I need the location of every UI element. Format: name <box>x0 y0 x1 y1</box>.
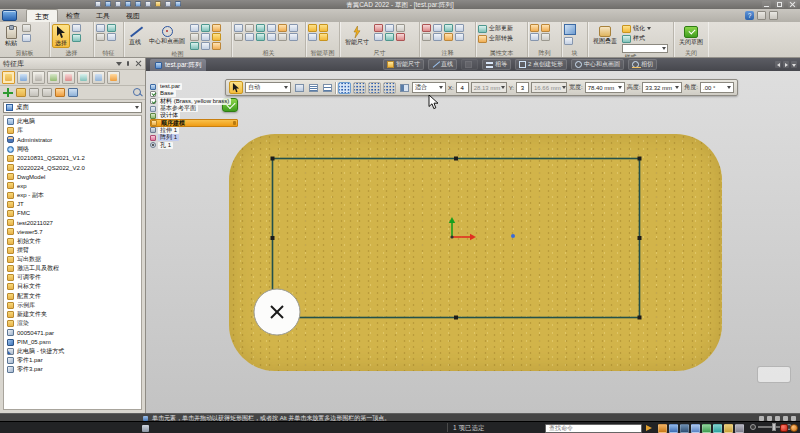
text-decrease-icon[interactable] <box>775 416 780 421</box>
tab-list-dropdown-icon[interactable] <box>791 61 797 68</box>
new-folder-icon[interactable] <box>16 88 26 97</box>
circle-by-center-button[interactable]: 中心和点画圆 <box>146 24 188 46</box>
pattern-fill-icon[interactable] <box>353 82 366 94</box>
hole-occurrence[interactable] <box>254 289 300 335</box>
pathfinder-item[interactable]: 阵列 1 <box>150 134 238 141</box>
split-icon[interactable] <box>201 42 210 50</box>
more-tabs-icon[interactable] <box>107 71 120 84</box>
fit-icon[interactable] <box>691 424 700 433</box>
leader-icon[interactable] <box>444 24 453 32</box>
library-list-item[interactable]: 目标文件 <box>4 282 141 291</box>
rigid-set-icon[interactable] <box>278 33 287 41</box>
record-icon[interactable] <box>780 424 788 432</box>
x-spacing-combo[interactable]: 28.13 mm <box>471 82 507 93</box>
select-options-icon[interactable] <box>72 24 81 32</box>
camera-tab-icon[interactable] <box>92 71 105 84</box>
zoom-area-icon[interactable] <box>669 424 678 433</box>
parallel-icon[interactable] <box>278 24 287 32</box>
maximize-button[interactable] <box>775 1 784 8</box>
style-combo[interactable] <box>622 44 668 53</box>
callout-icon[interactable] <box>422 24 431 32</box>
horizontal-vertical-icon[interactable] <box>234 33 243 41</box>
arc-icon[interactable] <box>201 24 210 32</box>
scroll-up-icon[interactable] <box>783 416 788 421</box>
symbol-icon[interactable] <box>455 33 464 41</box>
app-menu-button[interactable] <box>2 10 17 21</box>
library-list-item[interactable]: 00050471.par <box>4 328 141 337</box>
minimize-ribbon-icon[interactable] <box>757 11 766 20</box>
curve-icon[interactable] <box>190 33 199 41</box>
library-list-item[interactable]: 写出数据 <box>4 255 141 264</box>
forward-icon[interactable] <box>42 88 52 97</box>
simulation-tab-icon[interactable] <box>77 71 90 84</box>
library-list-item[interactable]: PIM_05.psm <box>4 338 141 347</box>
ribbon-options-icon[interactable] <box>769 11 778 20</box>
view-overrides-button[interactable]: 视图叠盖 <box>590 24 620 46</box>
view-styles-icon[interactable] <box>735 424 744 433</box>
angle-between-icon[interactable] <box>385 24 394 32</box>
view-mode-icon[interactable] <box>68 88 78 97</box>
angle-coordinate-icon[interactable] <box>385 33 394 41</box>
pathfinder-item[interactable]: 顺序建模 <box>150 119 238 126</box>
pathfinder-item[interactable]: Base <box>150 90 238 97</box>
fit-dropdown[interactable]: 适合 <box>412 82 446 93</box>
feature-icon-1[interactable] <box>96 24 105 32</box>
feature-icon-2[interactable] <box>107 24 116 32</box>
connect-icon[interactable] <box>234 24 243 32</box>
library-list-item[interactable]: JT <box>4 200 141 209</box>
image-icon[interactable] <box>433 33 442 41</box>
sketch-handles[interactable] <box>271 157 642 320</box>
pathfinder-item[interactable]: 拉伸 1 <box>150 127 238 134</box>
pathfinder-item[interactable]: 材料 (Brass, yellow brass) <box>150 98 238 105</box>
quick-command-button[interactable] <box>461 59 478 70</box>
text-increase-icon[interactable] <box>767 416 772 421</box>
spacing-style-1-icon[interactable] <box>307 82 319 94</box>
circular-pattern-icon[interactable] <box>541 24 550 32</box>
quick-command-button[interactable]: 2 点创建矩形 <box>515 59 567 70</box>
fillet-icon[interactable] <box>212 24 221 32</box>
smart-dimension-button[interactable]: 智能尺寸 <box>342 24 372 47</box>
help-icon[interactable]: ? <box>745 11 754 20</box>
library-list-item[interactable]: Administrator <box>4 135 141 144</box>
coordinate-dimension-icon[interactable] <box>374 33 383 41</box>
library-list-item[interactable]: 零件3.par <box>4 365 141 374</box>
feature-library-tab-icon[interactable] <box>2 71 15 84</box>
layers-tab-icon[interactable] <box>32 71 45 84</box>
pattern-fit-icon[interactable] <box>368 82 381 94</box>
reference-dropdown[interactable]: 自动 <box>245 82 291 93</box>
panel-dropdown-icon[interactable] <box>115 60 122 67</box>
cut-icon[interactable] <box>22 24 31 32</box>
text-icon[interactable] <box>433 24 442 32</box>
library-list-item[interactable]: exp <box>4 181 141 190</box>
collinear-icon[interactable] <box>256 24 265 32</box>
copy-icon[interactable] <box>22 34 31 42</box>
symmetric-icon[interactable] <box>256 33 265 41</box>
text-profile-icon[interactable] <box>422 33 431 41</box>
library-list-item[interactable]: 20220224_QS2022_V2.0 <box>4 163 141 172</box>
family-table-tab-icon[interactable] <box>47 71 60 84</box>
ribbon-tab[interactable]: 检查 <box>58 9 88 22</box>
pathfinder-item[interactable]: test.par <box>150 83 238 90</box>
angle-combo[interactable]: .00 ° <box>700 82 734 93</box>
scroll-tabs-left-icon[interactable] <box>775 61 781 68</box>
close-sketch-button[interactable]: 关闭草图 <box>676 24 706 47</box>
block-label-icon[interactable] <box>564 37 573 45</box>
block-icon[interactable] <box>564 24 576 35</box>
pattern-stagger-icon[interactable] <box>383 82 396 94</box>
library-list-item[interactable]: 此电脑 <box>4 117 141 126</box>
ribbon-tab[interactable]: 视图 <box>118 9 148 22</box>
intellisketch-toggle-icon[interactable] <box>308 24 317 32</box>
pattern-boundary-rectangle[interactable] <box>273 159 640 318</box>
previous-view-icon[interactable] <box>658 424 667 433</box>
offset-icon[interactable] <box>201 33 210 41</box>
pathfinder-tab-icon[interactable] <box>17 71 30 84</box>
pattern-along-curve-icon[interactable] <box>530 33 539 41</box>
close-button[interactable] <box>788 1 797 8</box>
open-folder-icon[interactable] <box>55 88 65 97</box>
distance-between-icon[interactable] <box>374 24 383 32</box>
quick-command-button[interactable]: 中心和点画圆 <box>571 59 624 70</box>
add-to-pattern-icon[interactable] <box>293 82 305 94</box>
library-list-item[interactable]: 20210831_QS2021_V1.2 <box>4 154 141 163</box>
pan-icon[interactable] <box>702 424 711 433</box>
flip-pattern-icon[interactable] <box>398 82 410 94</box>
